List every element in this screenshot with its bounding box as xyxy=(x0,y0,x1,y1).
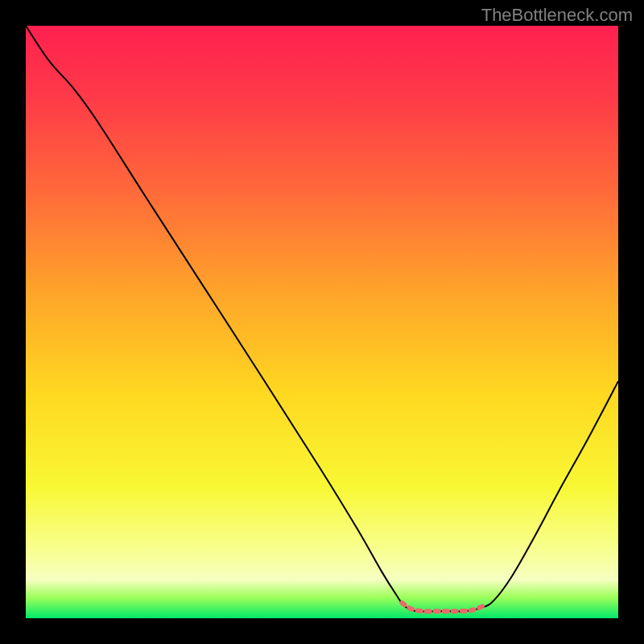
bottleneck-curve-path xyxy=(26,26,618,612)
valley-highlight-path xyxy=(402,603,485,612)
plot-area xyxy=(26,26,618,618)
watermark-text: TheBottleneck.com xyxy=(481,5,633,26)
chart-curve xyxy=(26,26,618,618)
